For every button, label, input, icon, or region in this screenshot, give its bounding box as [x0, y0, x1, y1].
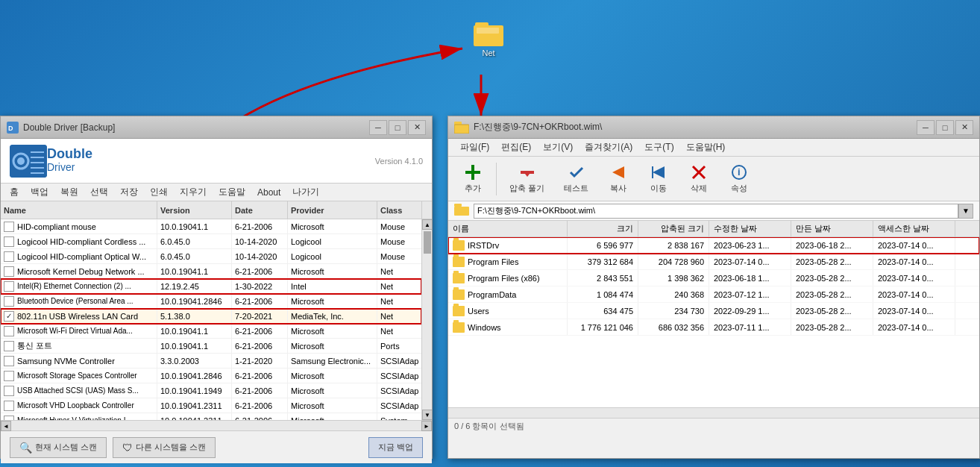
- driver-checkbox[interactable]: [4, 296, 14, 307]
- menu-backup[interactable]: 백업: [25, 184, 54, 200]
- driver-row[interactable]: HID-compliant mouse 10.0.19041.1 6-21-20…: [1, 219, 421, 234]
- driver-checkbox[interactable]: [4, 236, 14, 247]
- driver-row[interactable]: Bluetooth Device (Personal Area ... 10.0…: [1, 294, 421, 309]
- col-name: 이름: [448, 221, 568, 236]
- driver-row[interactable]: Logicool HID-compliant Cordless ... 6.0.…: [1, 234, 421, 249]
- toolbar-delete-button[interactable]: 삭제: [680, 160, 717, 198]
- dd-close-button[interactable]: ✕: [408, 120, 426, 135]
- address-dropdown[interactable]: ▼: [958, 204, 973, 219]
- menu-clear[interactable]: 지우기: [174, 184, 213, 200]
- folder-icon: [453, 257, 465, 267]
- menu-select[interactable]: 선택: [84, 184, 114, 200]
- driver-checkbox[interactable]: [4, 311, 14, 322]
- driver-checkbox[interactable]: [4, 222, 14, 232]
- driver-checkbox[interactable]: [4, 251, 14, 262]
- fe-maximize-button[interactable]: □: [936, 120, 954, 135]
- driver-row[interactable]: Microsoft VHD Loopback Controller 10.0.1…: [1, 398, 421, 413]
- folder-icon: [453, 273, 465, 283]
- toolbar-copy-button[interactable]: 복사: [600, 160, 637, 198]
- scroll-up-btn[interactable]: ▲: [422, 219, 432, 230]
- scroll-down-btn[interactable]: ▼: [422, 410, 432, 420]
- fe-title-icon: [454, 122, 469, 134]
- driver-checkbox[interactable]: [4, 341, 14, 351]
- fe-menu-help[interactable]: 도움말(H): [680, 140, 732, 155]
- driver-checkbox[interactable]: [4, 401, 14, 411]
- dd-maximize-button[interactable]: □: [389, 120, 406, 135]
- toolbar-add-button[interactable]: 추가: [454, 160, 491, 198]
- driver-row[interactable]: 통신 포트 10.0.19041.1 6-21-2006 Microsoft P…: [1, 339, 421, 354]
- driver-checkbox[interactable]: [4, 266, 14, 277]
- hscroll-right-btn[interactable]: ►: [421, 421, 432, 431]
- fe-file-list[interactable]: IRSTDrv 6 596 977 2 838 167 2023-06-23 1…: [448, 237, 979, 407]
- fe-minimize-button[interactable]: ─: [917, 120, 935, 135]
- driver-checkbox[interactable]: [4, 326, 14, 336]
- fe-col-headers: 이름 크기 압축된 크기 수정한 날짜 만든 날짜 액세스한 날짜: [448, 221, 979, 237]
- menu-print[interactable]: 인쇄: [144, 184, 174, 200]
- dd-minimize-button[interactable]: ─: [369, 120, 387, 135]
- plus-icon: [464, 163, 482, 181]
- driver-row[interactable]: Samsung NVMe Controller 3.3.0.2003 1-21-…: [1, 354, 421, 369]
- driver-row[interactable]: Microsoft Kernel Debug Network ... 10.0.…: [1, 264, 421, 279]
- fe-file-row[interactable]: Program Files 379 312 684 204 728 960 20…: [448, 254, 979, 270]
- driver-row-ethernet[interactable]: Intel(R) Ethernet Connection (2) ... 12.…: [1, 279, 421, 294]
- col-name: Name: [1, 201, 157, 219]
- driver-checkbox[interactable]: [4, 371, 14, 381]
- driver-row[interactable]: Microsoft Storage Spaces Controller 10.0…: [1, 369, 421, 383]
- address-folder-icon: [454, 204, 469, 218]
- driver-row[interactable]: Microsoft Wi-Fi Direct Virtual Ada... 10…: [1, 324, 421, 339]
- menu-home[interactable]: 홈: [4, 184, 25, 200]
- menu-save[interactable]: 저장: [114, 184, 144, 200]
- menu-exit[interactable]: 나가기: [286, 184, 325, 200]
- fe-hscrollbar[interactable]: [448, 407, 979, 418]
- dd-hscrollbar[interactable]: ◄ ►: [1, 420, 432, 430]
- fe-menu-favorites[interactable]: 즐겨찾기(A): [579, 140, 638, 155]
- fe-menu-view[interactable]: 보기(V): [537, 140, 579, 155]
- fe-file-row[interactable]: Users 634 475 234 730 2022-09-29 1... 20…: [448, 303, 979, 319]
- svg-rect-26: [454, 207, 469, 216]
- toolbar-move-button[interactable]: 이동: [640, 160, 677, 198]
- fe-file-row[interactable]: Program Files (x86) 2 843 551 1 398 362 …: [448, 270, 979, 286]
- address-input[interactable]: F:\진행중\9-7CN+OKRboot.wim\: [474, 204, 958, 219]
- copy-icon: [609, 163, 627, 181]
- menu-about[interactable]: About: [251, 186, 286, 199]
- driver-row[interactable]: USB Attached SCSI (UAS) Mass S... 10.0.1…: [1, 383, 421, 398]
- svg-rect-15: [465, 171, 480, 174]
- toolbar-properties-button[interactable]: i 속성: [720, 160, 758, 198]
- fe-menu-tools[interactable]: 도구(T): [638, 140, 679, 155]
- fe-file-row[interactable]: ProgramData 1 084 474 240 368 2023-07-12…: [448, 286, 979, 303]
- menu-restore[interactable]: 복원: [54, 184, 84, 200]
- folder-icon: [453, 289, 465, 300]
- desktop-folder-icon[interactable]: Net: [462, 22, 515, 57]
- scan-current-button[interactable]: 🔍 현재 시스템 스캔: [10, 437, 107, 458]
- hscroll-left-btn[interactable]: ◄: [1, 421, 11, 431]
- dd-vscrollbar[interactable]: ▲ ▼: [421, 219, 432, 420]
- fe-file-row-irstdrv[interactable]: IRSTDrv 6 596 977 2 838 167 2023-06-23 1…: [448, 237, 979, 254]
- driver-list[interactable]: HID-compliant mouse 10.0.19041.1 6-21-20…: [1, 219, 421, 420]
- toolbar-test-button[interactable]: 테스트: [556, 160, 597, 198]
- col-date: Date: [232, 201, 288, 219]
- driver-checkbox[interactable]: [4, 386, 14, 396]
- fe-window-controls: ─ □ ✕: [917, 120, 973, 135]
- copy-label: 복사: [610, 183, 626, 194]
- scan-other-button[interactable]: 🛡 다른 시스템을 스캔: [113, 437, 216, 458]
- svg-marker-19: [653, 166, 665, 178]
- dd-menu-bar: 홈 백업 복원 선택 저장 인쇄 지우기 도움말 About 나가기: [1, 184, 432, 201]
- driver-row[interactable]: Logicool HID-compliant Optical W... 6.0.…: [1, 249, 421, 264]
- driver-checkbox[interactable]: [4, 281, 14, 292]
- fe-menu-edit[interactable]: 편집(E): [495, 140, 537, 155]
- fe-file-row[interactable]: Windows 1 776 121 046 686 032 356 2023-0…: [448, 319, 979, 336]
- scroll-thumb[interactable]: [424, 231, 431, 254]
- svg-rect-11: [454, 125, 469, 134]
- driver-checkbox[interactable]: [4, 356, 14, 366]
- driver-row-802[interactable]: 802.11n USB Wireless LAN Card 5.1.38.0 7…: [1, 309, 421, 324]
- col-class: Class: [377, 201, 422, 219]
- toolbar-extract-button[interactable]: 압축 풀기: [501, 160, 553, 198]
- fe-close-button[interactable]: ✕: [955, 120, 973, 135]
- fe-menu-file[interactable]: 파일(F): [454, 140, 495, 155]
- extract-icon: [518, 163, 536, 181]
- dd-header: Double Driver Version 4.1.0: [1, 139, 432, 184]
- menu-help[interactable]: 도움말: [213, 184, 251, 200]
- backup-now-button[interactable]: 지금 백업: [368, 437, 423, 458]
- driver-row[interactable]: Microsoft Hyper-V Virtualization I... 10…: [1, 413, 421, 420]
- properties-label: 속성: [731, 183, 747, 194]
